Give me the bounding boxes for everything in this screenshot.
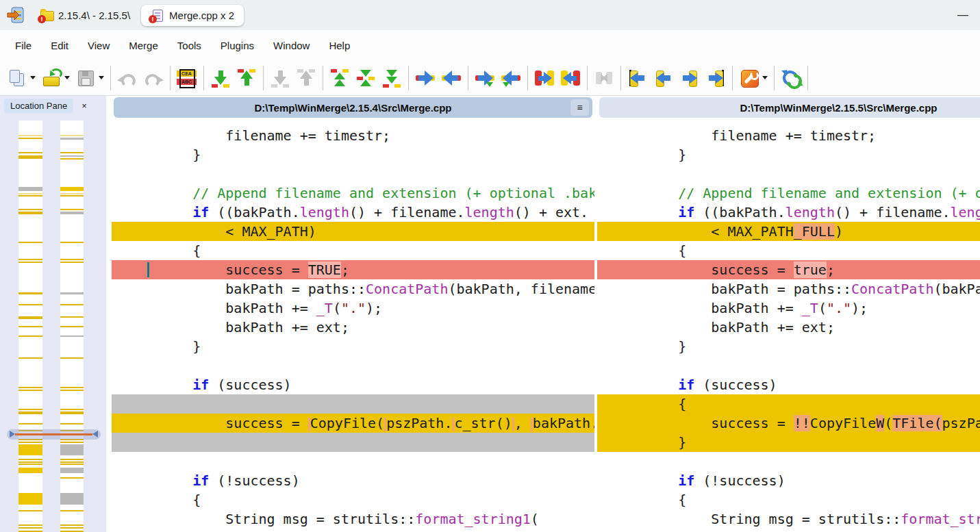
compare-lines-chars-button[interactable]: CEAABC <box>175 66 199 90</box>
last-difference-button[interactable] <box>379 66 404 90</box>
code-line[interactable]: { <box>112 241 594 260</box>
copy-left-button[interactable] <box>439 66 464 90</box>
code-line[interactable]: { <box>112 490 594 509</box>
last-file-button[interactable] <box>703 66 728 90</box>
new-button[interactable] <box>5 66 38 90</box>
code-line[interactable]: < MAX_PATH) <box>112 222 594 241</box>
code-line[interactable]: success = TRUE; <box>112 260 594 279</box>
right-pane-path: D:\Temp\WinMerge\2.15.5\Src\Merge.cpp <box>740 102 938 114</box>
next-file-button[interactable] <box>677 66 702 90</box>
code-line[interactable]: String msg = strutils::format_string1( <box>597 509 980 529</box>
code-text: ); <box>366 300 382 316</box>
new-dropdown-icon[interactable] <box>30 76 36 79</box>
previous-difference-button[interactable] <box>234 66 259 90</box>
menu-edit[interactable]: Edit <box>41 36 78 55</box>
menu-merge[interactable]: Merge <box>119 36 168 55</box>
code-line[interactable]: bakPath = paths::ConcatPath(bakPath, fil… <box>112 279 594 299</box>
code-line[interactable]: // Append filename and extension (+ opti… <box>112 183 594 203</box>
previous-file-button[interactable] <box>651 66 676 90</box>
code-text: if <box>645 472 694 489</box>
tab-file-compare[interactable]: ! Merge.cpp x 2 <box>141 5 244 26</box>
code-line[interactable]: if (success) <box>597 375 980 394</box>
right-code-editor[interactable]: filename += timestr; } // Append filenam… <box>597 121 980 532</box>
code-line[interactable]: ("Unable to backup original file.\ %1) <box>597 529 980 532</box>
menu-window[interactable]: Window <box>264 36 319 55</box>
right-pane-header[interactable]: D:\Temp\WinMerge\2.15.5\Src\Merge.cpp <box>599 97 980 118</box>
code-line[interactable]: } <box>112 145 594 164</box>
refresh-button[interactable] <box>779 66 803 90</box>
code-line[interactable]: if ((bakPath.length() + filename.length(… <box>112 203 594 222</box>
code-line[interactable]: { <box>597 394 980 414</box>
copy-right-button[interactable] <box>413 66 438 90</box>
code-line[interactable] <box>112 164 594 183</box>
diff-stripe <box>60 158 84 160</box>
code-line[interactable] <box>112 394 594 414</box>
copy-all-right-button[interactable] <box>532 66 557 90</box>
code-line[interactable]: bakPath += ext; <box>597 318 980 337</box>
code-line[interactable]: success = true; <box>597 260 980 279</box>
copy-right-and-advance-button[interactable] <box>473 66 497 90</box>
code-line[interactable]: filename += timestr; <box>597 126 980 145</box>
options-dropdown-icon[interactable] <box>762 76 768 79</box>
left-pane-menu-button[interactable]: ≡ <box>570 99 589 116</box>
current-difference-button[interactable] <box>353 66 378 90</box>
copy-all-left-button[interactable] <box>558 66 583 90</box>
menu-file[interactable]: File <box>5 36 41 55</box>
left-pane-header[interactable]: D:\Temp\WinMerge\2.15.4\Src\Merge.cpp ≡ <box>114 97 592 118</box>
code-line[interactable]: } <box>112 337 594 356</box>
first-difference-button[interactable] <box>327 66 352 90</box>
menu-tools[interactable]: Tools <box>168 36 211 55</box>
code-line[interactable] <box>597 356 980 375</box>
code-line[interactable] <box>597 452 980 471</box>
copy-left-and-advance-button[interactable] <box>499 66 523 90</box>
code-line[interactable]: } <box>597 337 980 356</box>
diff-stripe <box>60 259 84 260</box>
code-line[interactable] <box>112 356 594 375</box>
code-text: bakPath += ext; <box>160 319 349 335</box>
toolbar-separator <box>263 66 264 90</box>
previous-file-icon <box>653 68 674 88</box>
code-line[interactable]: } <box>597 145 980 164</box>
diff-stripe <box>18 187 42 191</box>
open-dropdown-icon[interactable] <box>64 76 70 79</box>
code-line[interactable]: ("Unable to backup original file.\ %1) <box>112 529 594 532</box>
code-line[interactable] <box>112 452 594 471</box>
code-line[interactable]: < MAX_PATH_FULL) <box>597 222 980 241</box>
location-map-left-column[interactable] <box>18 121 42 532</box>
diff-stripe <box>18 195 42 197</box>
code-line[interactable]: if (!success) <box>112 471 594 490</box>
location-pane-close-icon[interactable]: × <box>81 101 87 111</box>
code-line[interactable]: } <box>597 433 980 452</box>
code-line[interactable] <box>112 433 594 452</box>
code-line[interactable] <box>597 164 980 183</box>
code-line[interactable]: if ((bakPath.length() + filename.length(… <box>597 203 980 222</box>
open-button[interactable] <box>39 66 72 90</box>
menu-help[interactable]: Help <box>319 36 360 55</box>
first-file-button[interactable] <box>625 66 650 90</box>
code-line[interactable]: filename += timestr; <box>112 126 594 145</box>
save-dropdown-icon[interactable] <box>99 76 104 79</box>
code-line[interactable]: { <box>597 241 980 260</box>
code-line[interactable]: bakPath += ext; <box>112 318 594 337</box>
menu-plugins[interactable]: Plugins <box>211 36 264 55</box>
next-difference-button[interactable] <box>208 66 233 90</box>
code-line[interactable]: bakPath += _T("."); <box>597 299 980 318</box>
options-button[interactable] <box>737 66 770 90</box>
code-line[interactable]: { <box>597 490 980 509</box>
code-line[interactable]: bakPath += _T("."); <box>112 299 594 318</box>
minimize-button[interactable]: — <box>955 9 970 21</box>
diff-stripe <box>18 387 42 388</box>
code-line[interactable]: bakPath = paths::ConcatPath(bakPath, fil… <box>597 279 980 299</box>
location-current-position-indicator[interactable] <box>7 429 101 440</box>
code-line[interactable]: // Append filename and extension (+ opti… <box>597 183 980 203</box>
code-line[interactable]: if (!success) <box>597 471 980 490</box>
code-text: { <box>645 242 686 259</box>
code-line[interactable]: success = !!CopyFileW(TFile(pszPath <box>597 414 980 433</box>
menu-view[interactable]: View <box>78 36 119 55</box>
code-line[interactable]: String msg = strutils::format_string1( <box>112 509 594 529</box>
code-line[interactable]: if (success) <box>112 375 594 394</box>
location-map-right-column[interactable] <box>60 121 84 532</box>
code-line[interactable]: success = CopyFile(pszPath.c_str(), bakP… <box>112 414 594 433</box>
left-code-editor[interactable]: filename += timestr; } // Append filenam… <box>112 121 594 532</box>
tab-folder-compare[interactable]: ! 2.15.4\ - 2.15.5\ <box>40 10 130 21</box>
